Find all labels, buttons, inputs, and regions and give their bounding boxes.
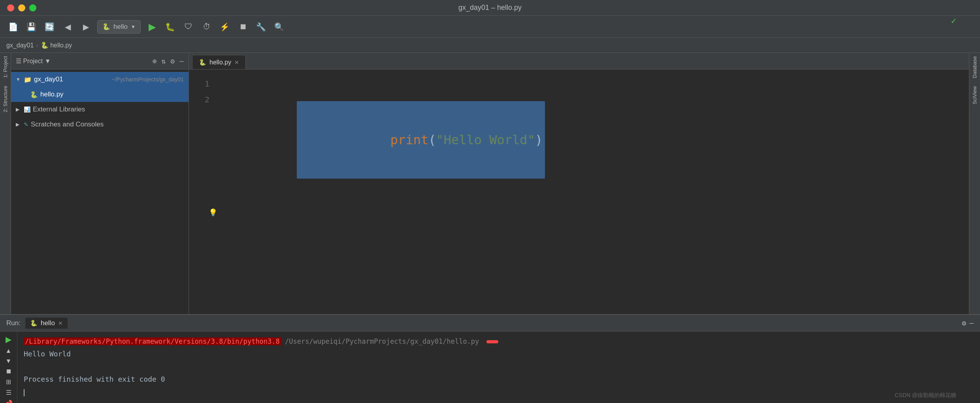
sidebar-item-structure[interactable]: 2: Structure bbox=[2, 86, 8, 112]
python-path: /Library/Frameworks/Python.framework/Ver… bbox=[24, 337, 281, 345]
run-again-button[interactable]: ▶ bbox=[2, 335, 15, 344]
hello-py-name: hello.py bbox=[40, 90, 184, 98]
run-cmd-line: /Library/Frameworks/Python.framework/Ver… bbox=[24, 335, 974, 348]
project-panel-title: ☰ Project ▼ bbox=[16, 57, 148, 65]
tab-close-icon[interactable]: ✕ bbox=[234, 59, 239, 66]
code-highlight: print("Hello World") bbox=[297, 101, 545, 179]
run-blank-line bbox=[24, 360, 974, 373]
maximize-button[interactable] bbox=[29, 4, 36, 11]
window-title: gx_day01 – hello.py bbox=[458, 4, 522, 12]
code-line-2: 💡 bbox=[220, 204, 961, 305]
root-folder-path: ~/PycharmProjects/gx_day01 bbox=[112, 76, 184, 83]
string-hello-world: "Hello World" bbox=[436, 132, 535, 147]
folder-icon: 📁 bbox=[24, 76, 32, 83]
sync-button[interactable]: 🔄 bbox=[43, 20, 56, 34]
tree-item-root[interactable]: ▼ 📁 gx_day01 ~/PycharmProjects/gx_day01 bbox=[11, 72, 188, 87]
python-file-icon: 🐍 bbox=[30, 91, 38, 98]
run-output-hello: Hello World bbox=[24, 348, 974, 360]
breadcrumb-file: 🐍 hello.py bbox=[41, 41, 72, 49]
settings-button[interactable]: 🔧 bbox=[254, 20, 268, 34]
editor-area: 🐍 hello.py ✕ 1 2 print("Hello World") 💡 bbox=[189, 53, 969, 314]
close-button[interactable] bbox=[7, 4, 14, 11]
external-libs-name: External Libraries bbox=[33, 105, 184, 113]
run-label: Run: bbox=[6, 319, 21, 327]
window-controls[interactable] bbox=[7, 4, 36, 11]
breadcrumb-separator: › bbox=[36, 42, 38, 49]
run-config-name: hello bbox=[113, 23, 128, 31]
run-side-toolbar: ▶ ▲ ▼ ⏹ ⊞ ☰ 📌 🖨 🗑 bbox=[0, 331, 17, 403]
titlebar: gx_day01 – hello.py bbox=[0, 0, 980, 16]
save-button[interactable]: 💾 bbox=[24, 20, 38, 34]
toolbar: 📄 💾 🔄 ◀ ▶ 🐍 hello ▼ ▶ 🐛 🛡 ⏱ ⚡ ⏹ 🔧 🔍 bbox=[0, 16, 980, 38]
pin-button[interactable]: 📌 bbox=[2, 399, 15, 403]
debug-button[interactable]: 🐛 bbox=[164, 20, 177, 34]
filter-icon[interactable]: ⇅ bbox=[162, 57, 166, 66]
bulb-hint: 💡 bbox=[209, 205, 217, 220]
script-path: /Users/wupeiqi/PycharmProjects/gx_day01/… bbox=[285, 337, 479, 345]
run-panel-body: ▶ ▲ ▼ ⏹ ⊞ ☰ 📌 🖨 🗑 /Library/Frameworks/Py… bbox=[0, 331, 980, 403]
list-button[interactable]: ☰ bbox=[2, 389, 15, 396]
forward-button[interactable]: ▶ bbox=[79, 20, 92, 34]
file-tree: ▼ 📁 gx_day01 ~/PycharmProjects/gx_day01 … bbox=[11, 70, 188, 314]
tab-hello-py[interactable]: 🐍 hello.py ✕ bbox=[192, 55, 246, 69]
tree-arrow-libs: ▶ bbox=[16, 107, 21, 112]
project-panel-header: ☰ Project ▼ ⊕ ⇅ ⚙ — bbox=[11, 53, 188, 70]
line-number-2: 2 bbox=[192, 92, 209, 107]
search-button[interactable]: 🔍 bbox=[273, 20, 286, 34]
run-output: /Library/Frameworks/Python.framework/Ver… bbox=[17, 331, 980, 403]
editor-tabs: 🐍 hello.py ✕ bbox=[189, 53, 969, 70]
close-paren: ) bbox=[535, 132, 543, 147]
tree-item-scratches[interactable]: ▶ ✎ Scratches and Consoles bbox=[11, 117, 188, 132]
dropdown-icon: ▼ bbox=[131, 24, 136, 30]
run-button[interactable]: ▶ bbox=[145, 20, 159, 34]
run-settings-icon[interactable]: ⚙ bbox=[962, 319, 966, 328]
tree-item-external-libs[interactable]: ▶ 📊 External Libraries bbox=[11, 102, 188, 117]
run-tab-close[interactable]: ✕ bbox=[58, 320, 63, 326]
run-tab-icon: 🐍 bbox=[30, 320, 38, 327]
back-button[interactable]: ◀ bbox=[61, 20, 74, 34]
code-line-1: print("Hello World") bbox=[220, 76, 961, 204]
root-folder-name: gx_day01 bbox=[34, 75, 109, 83]
left-sidebar: 1: Project 2: Structure bbox=[0, 53, 11, 314]
stop-button[interactable]: ⏹ bbox=[236, 20, 250, 34]
build-button[interactable]: ⚡ bbox=[218, 20, 232, 34]
run-tab-hello[interactable]: 🐍 hello ✕ bbox=[25, 318, 68, 329]
scroll-down-button[interactable]: ▼ bbox=[2, 358, 15, 365]
profile-button[interactable]: ⏱ bbox=[200, 20, 213, 34]
run-panel-controls: ⚙ — bbox=[962, 319, 974, 328]
breadcrumb: gx_day01 › 🐍 hello.py bbox=[0, 38, 980, 53]
python-icon: 🐍 bbox=[102, 23, 110, 30]
new-file-button[interactable]: 📄 bbox=[6, 20, 20, 34]
breadcrumb-project[interactable]: gx_day01 bbox=[6, 42, 34, 49]
run-finish-line: Process finished with exit code 0 bbox=[24, 373, 974, 386]
red-dot bbox=[486, 340, 498, 343]
keyword-print: print bbox=[390, 132, 428, 147]
watermark: CSDN @徐勒顺的棉花糖 bbox=[895, 392, 956, 399]
scratches-name: Scratches and Consoles bbox=[31, 121, 184, 128]
tree-item-hello-py[interactable]: 🐍 hello.py bbox=[11, 87, 188, 102]
add-icon[interactable]: ⊕ bbox=[153, 57, 157, 66]
coverage-button[interactable]: 🛡 bbox=[182, 20, 195, 34]
tab-name: hello.py bbox=[209, 59, 231, 66]
code-content[interactable]: print("Hello World") 💡 bbox=[213, 70, 969, 314]
main-area: 1: Project 2: Structure ☰ Project ▼ ⊕ ⇅ … bbox=[0, 53, 980, 314]
stop-button[interactable]: ⏹ bbox=[2, 368, 15, 375]
scroll-up-button[interactable]: ▲ bbox=[2, 347, 15, 354]
file-icon: 🐍 bbox=[41, 42, 49, 49]
code-editor[interactable]: 1 2 print("Hello World") 💡 bbox=[189, 70, 969, 314]
tab-file-icon: 🐍 bbox=[199, 59, 206, 66]
right-sidebar: Database SciView bbox=[969, 53, 980, 314]
sidebar-item-database[interactable]: Database bbox=[972, 56, 978, 78]
sidebar-item-sciview[interactable]: SciView bbox=[972, 86, 978, 104]
minimize-panel-icon[interactable]: — bbox=[179, 57, 184, 65]
gear-icon[interactable]: ⚙ bbox=[170, 57, 175, 66]
run-configuration[interactable]: 🐍 hello ▼ bbox=[97, 20, 141, 34]
line-number-1: 1 bbox=[192, 76, 209, 92]
minimize-button[interactable] bbox=[18, 4, 25, 11]
sidebar-item-project[interactable]: 1: Project bbox=[2, 56, 8, 78]
run-panel-header: Run: 🐍 hello ✕ ⚙ — bbox=[0, 315, 980, 331]
tree-arrow-root: ▼ bbox=[16, 77, 21, 82]
layout-button[interactable]: ⊞ bbox=[2, 378, 15, 386]
project-panel: ☰ Project ▼ ⊕ ⇅ ⚙ — ▼ 📁 gx_day01 ~/Pycha… bbox=[11, 53, 189, 314]
run-close-icon[interactable]: — bbox=[969, 319, 974, 327]
